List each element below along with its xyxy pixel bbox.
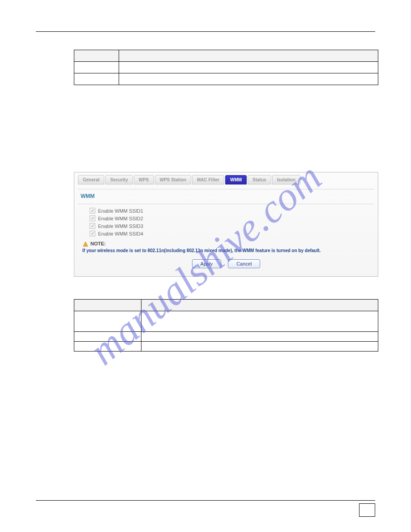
table2-r1-c2	[141, 332, 378, 342]
table2-r0-c2	[141, 311, 378, 332]
table2-header-c1	[74, 300, 141, 311]
table1-r1-c1	[74, 73, 119, 85]
table1-header-c1	[74, 50, 119, 62]
table2-r0-c1	[74, 311, 141, 332]
svg-marker-0	[83, 242, 88, 246]
tab-general[interactable]: General	[78, 175, 104, 184]
table2-r1-c1	[74, 332, 141, 342]
doc-table-2	[74, 299, 378, 352]
footer-rule	[36, 500, 375, 501]
checkbox-row-ssid3: ✓ Enable WMM SSID3	[90, 223, 374, 229]
header-rule	[36, 31, 375, 32]
table-row	[74, 62, 378, 73]
checkbox-ssid3[interactable]: ✓	[90, 223, 95, 229]
note-icon	[82, 241, 89, 247]
note-text: If your wireless mode is set to 802.11n(…	[82, 248, 374, 253]
button-row: Apply Cancel	[78, 259, 374, 268]
tabs-bar: General Security WPS WPS Station MAC Fil…	[78, 175, 374, 184]
table-row	[74, 332, 378, 342]
table1-r0-c2	[119, 62, 378, 73]
table1-header-c2	[119, 50, 378, 62]
cancel-button[interactable]: Cancel	[228, 259, 260, 268]
checkbox-row-ssid2: ✓ Enable WMM SSID2	[90, 215, 374, 221]
apply-button[interactable]: Apply	[192, 259, 222, 268]
tab-wmm[interactable]: WMM	[225, 175, 247, 184]
checkbox-label: Enable WMM SSID1	[98, 208, 143, 214]
checkbox-ssid4[interactable]: ✓	[90, 231, 95, 236]
router-panel: General Security WPS WPS Station MAC Fil…	[74, 172, 378, 277]
checkbox-label: Enable WMM SSID3	[98, 223, 143, 229]
table2-header-c2	[141, 300, 378, 311]
checkbox-ssid1[interactable]: ✓	[90, 208, 95, 214]
checkbox-label: Enable WMM SSID2	[98, 216, 143, 221]
tab-mac-filter[interactable]: MAC Filter	[192, 175, 224, 184]
note-label: NOTE:	[90, 241, 106, 246]
checkbox-ssid2[interactable]: ✓	[90, 215, 95, 221]
table-row	[74, 311, 378, 332]
note-row: NOTE:	[82, 241, 374, 247]
tab-status[interactable]: Status	[248, 175, 271, 184]
doc-table-1	[74, 50, 378, 85]
table1-r0-c1	[74, 62, 119, 73]
checkbox-row-ssid1: ✓ Enable WMM SSID1	[90, 208, 374, 214]
tab-isolation[interactable]: Isolation	[272, 175, 300, 184]
checkbox-row-ssid4: ✓ Enable WMM SSID4	[90, 231, 374, 236]
divider	[78, 204, 374, 204]
tab-security[interactable]: Security	[105, 175, 133, 184]
table2-r2-c1	[74, 342, 141, 352]
table1-r1-c2	[119, 73, 378, 85]
table2-r2-c2	[141, 342, 378, 352]
divider	[78, 189, 374, 189]
tab-wps[interactable]: WPS	[134, 175, 154, 184]
checkbox-label: Enable WMM SSID4	[98, 231, 143, 236]
tab-wps-station[interactable]: WPS Station	[155, 175, 191, 184]
table-row	[74, 342, 378, 352]
table-row	[74, 73, 378, 85]
section-title-wmm: WMM	[81, 193, 374, 199]
page-number-box	[359, 503, 375, 517]
